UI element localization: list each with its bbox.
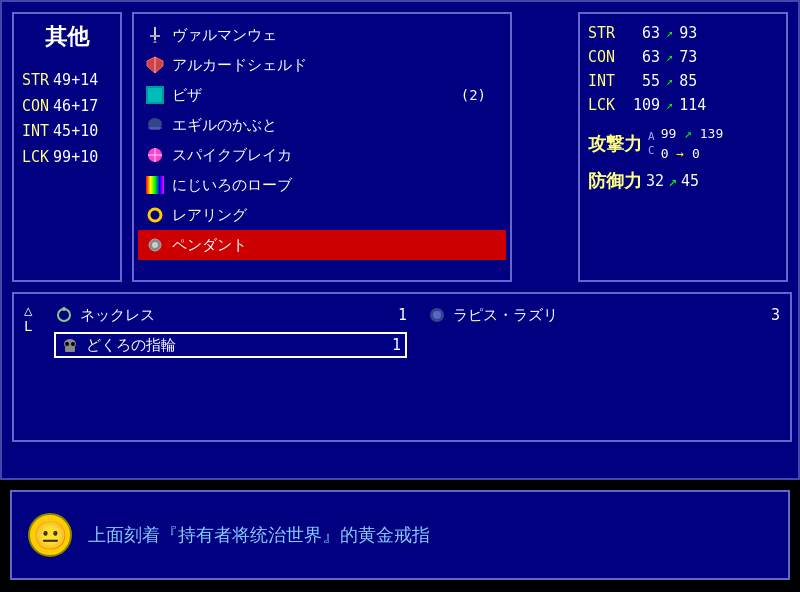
stat-int-name: INT bbox=[22, 119, 49, 145]
equip-item-3[interactable]: ビザ (2) bbox=[138, 80, 506, 110]
equip-item-2[interactable]: アルカードシェルド bbox=[138, 50, 506, 80]
equip-item-7[interactable]: レアリング bbox=[138, 200, 506, 230]
helm-icon bbox=[144, 114, 166, 136]
equip-name-2: アルカードシェルド bbox=[172, 56, 307, 75]
equip-item-8[interactable]: ペンダント bbox=[138, 230, 506, 260]
rstat-lck-arrow: ↗ bbox=[666, 98, 673, 112]
rstat-int-name: INT bbox=[588, 72, 624, 90]
inv-lapis-name: ラピス・ラズリ bbox=[453, 306, 754, 325]
scroll-indicator: L bbox=[24, 318, 32, 334]
rstat-str-current: 63 bbox=[628, 24, 660, 42]
stat-con-val: 46+17 bbox=[53, 94, 98, 120]
equip-name-5: スパイクブレイカ bbox=[172, 146, 292, 165]
equip-item-5[interactable]: スパイクブレイカ bbox=[138, 140, 506, 170]
inv-item-lapis[interactable]: ラピス・ラズリ 3 bbox=[427, 302, 780, 328]
svg-rect-13 bbox=[146, 176, 164, 194]
inv-item-necklace[interactable]: ネックレス 1 bbox=[54, 302, 407, 328]
defense-new: 45 bbox=[681, 172, 699, 190]
rstat-con-current: 63 bbox=[628, 48, 660, 66]
teal-block-icon bbox=[144, 84, 166, 106]
attack-defense-block: 攻撃力 A C 99 ↗ 139 0 → 0 防御力 32 ↗ 45 bbox=[588, 124, 778, 193]
equip-item-1[interactable]: ヴァルマンウェ bbox=[138, 20, 506, 50]
stat-lck-row: LCK 99+10 bbox=[22, 145, 98, 171]
defense-label: 防御力 bbox=[588, 169, 642, 193]
other-label: 其他 bbox=[45, 22, 89, 52]
sword-icon bbox=[144, 24, 166, 46]
svg-point-24 bbox=[71, 342, 75, 346]
shield-icon bbox=[144, 54, 166, 76]
rstat-str-name: STR bbox=[588, 24, 624, 42]
equip-name-1: ヴァルマンウェ bbox=[172, 26, 277, 45]
stat-str-name: STR bbox=[22, 68, 49, 94]
rstat-int: INT 55 ↗ 85 bbox=[588, 72, 778, 90]
svg-point-18 bbox=[62, 307, 66, 311]
inv-skull-ring-count: 1 bbox=[381, 336, 401, 354]
defense-val: 32 bbox=[646, 172, 664, 190]
rstat-str-arrow: ↗ bbox=[666, 26, 673, 40]
rstat-int-current: 55 bbox=[628, 72, 660, 90]
stat-int-val: 45+10 bbox=[53, 119, 98, 145]
rstat-con-new: 73 bbox=[679, 48, 697, 66]
rstat-lck-name: LCK bbox=[588, 96, 624, 114]
description-panel: 😐 上面刻着『持有者将统治世界』的黄金戒指 bbox=[10, 490, 790, 580]
stat-con-name: CON bbox=[22, 94, 49, 120]
svg-point-16 bbox=[152, 242, 158, 248]
lapis-icon bbox=[427, 305, 447, 325]
defense-arrow: ↗ bbox=[668, 172, 677, 190]
stat-int-row: INT 45+10 bbox=[22, 119, 98, 145]
rstat-lck-new: 114 bbox=[679, 96, 706, 114]
equip-item-6[interactable]: にじいろのローブ bbox=[138, 170, 506, 200]
svg-point-20 bbox=[433, 311, 441, 319]
attack-sub-c: C bbox=[648, 144, 655, 157]
equip-name-8: ペンダント bbox=[172, 236, 247, 255]
attack-sub-a: A bbox=[648, 130, 655, 143]
main-game-area: 其他 STR 49+14 CON 46+17 INT 45+10 LCK 99+… bbox=[0, 0, 800, 480]
attack-label: 攻撃力 bbox=[588, 132, 642, 156]
rstat-int-new: 85 bbox=[679, 72, 697, 90]
inv-lapis-count: 3 bbox=[760, 306, 780, 324]
stat-str-row: STR 49+14 bbox=[22, 68, 98, 94]
stat-con-row: CON 46+17 bbox=[22, 94, 98, 120]
desc-icon: 😐 bbox=[28, 513, 72, 557]
inventory-grid: ネックレス 1 ラピス・ラズリ 3 どくろの指輪 1 bbox=[54, 302, 780, 358]
svg-rect-22 bbox=[65, 347, 75, 352]
svg-point-14 bbox=[149, 209, 161, 221]
stat-lck-name: LCK bbox=[22, 145, 49, 171]
inv-necklace-count: 1 bbox=[387, 306, 407, 324]
spike-icon bbox=[144, 144, 166, 166]
equip-item-4[interactable]: エギルのかぶと bbox=[138, 110, 506, 140]
stats-block: STR 49+14 CON 46+17 INT 45+10 LCK 99+10 bbox=[14, 68, 98, 170]
equip-name-4: エギルのかぶと bbox=[172, 116, 277, 135]
scroll-up-arrow[interactable]: △ bbox=[24, 302, 32, 318]
equip-name-6: にじいろのローブ bbox=[172, 176, 292, 195]
rstat-con: CON 63 ↗ 73 bbox=[588, 48, 778, 66]
rstat-con-arrow: ↗ bbox=[666, 50, 673, 64]
attack-val-c: 0 → 0 bbox=[661, 144, 724, 164]
svg-rect-6 bbox=[148, 88, 162, 102]
pendant-icon bbox=[144, 234, 166, 256]
inv-skull-ring-name: どくろの指輪 bbox=[86, 336, 375, 355]
equip-name-3: ビザ bbox=[172, 86, 202, 105]
robe-icon bbox=[144, 174, 166, 196]
rstat-lck: LCK 109 ↗ 114 bbox=[588, 96, 778, 114]
svg-marker-2 bbox=[153, 40, 157, 43]
ring-icon bbox=[144, 204, 166, 226]
rstat-lck-current: 109 bbox=[628, 96, 660, 114]
rstat-str: STR 63 ↗ 93 bbox=[588, 24, 778, 42]
rstat-int-arrow: ↗ bbox=[666, 74, 673, 88]
svg-point-23 bbox=[65, 342, 69, 346]
rstat-str-new: 93 bbox=[679, 24, 697, 42]
skull-icon bbox=[60, 335, 80, 355]
equip-count-3: (2) bbox=[461, 87, 486, 103]
inventory-panel: △ L ネックレス 1 ラピス・ラズリ 3 bbox=[12, 292, 792, 442]
stat-lck-val: 99+10 bbox=[53, 145, 98, 171]
inv-necklace-name: ネックレス bbox=[80, 306, 381, 325]
attack-val-a: 99 ↗ 139 bbox=[661, 124, 724, 144]
necklace-icon bbox=[54, 305, 74, 325]
inv-item-skull-ring[interactable]: どくろの指輪 1 bbox=[54, 332, 407, 358]
stat-str-val: 49+14 bbox=[53, 68, 98, 94]
rstat-con-name: CON bbox=[588, 48, 624, 66]
right-stats-panel: STR 63 ↗ 93 CON 63 ↗ 73 INT 55 ↗ 85 LCK … bbox=[578, 12, 788, 282]
equipment-panel: ヴァルマンウェ アルカードシェルド ビザ (2) エギルのかぶと bbox=[132, 12, 512, 282]
face-icon: 😐 bbox=[33, 519, 68, 552]
